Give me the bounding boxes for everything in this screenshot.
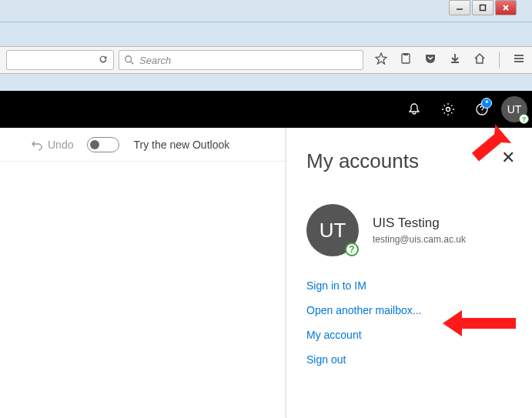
search-icon — [124, 55, 135, 65]
url-bar[interactable] — [6, 50, 114, 70]
maximize-button[interactable] — [472, 0, 494, 15]
search-placeholder: Search — [139, 55, 171, 66]
account-name: UIS Testing — [373, 216, 466, 231]
sign-in-im-link[interactable]: Sign in to IM — [306, 279, 512, 292]
presence-indicator: ? — [519, 114, 529, 124]
minimize-button[interactable] — [449, 0, 470, 15]
account-avatar-initials: UT — [320, 219, 346, 242]
panel-title: My accounts — [306, 149, 512, 173]
search-bar[interactable]: Search — [119, 50, 363, 70]
sign-out-link[interactable]: Sign out — [306, 353, 512, 366]
toolbar-icons — [368, 52, 526, 69]
svg-rect-1 — [480, 5, 486, 11]
svg-rect-7 — [403, 53, 408, 55]
notifications-icon[interactable] — [400, 95, 429, 124]
toggle-knob — [90, 140, 99, 149]
toolbar-divider — [499, 52, 500, 69]
try-outlook-label: Try the new Outlook — [133, 139, 229, 151]
svg-line-5 — [131, 62, 134, 65]
my-accounts-panel: My accounts ✕ UT ? UIS Testing testing@u… — [286, 128, 532, 418]
account-info: UIS Testing testing@uis.cam.ac.uk — [373, 216, 466, 245]
help-icon[interactable] — [467, 95, 497, 124]
close-button[interactable] — [495, 0, 517, 15]
window-controls — [449, 0, 517, 15]
download-icon[interactable] — [448, 52, 462, 65]
try-outlook-toggle[interactable] — [87, 137, 119, 152]
undo-button[interactable]: Undo — [31, 139, 73, 151]
account-row: UT ? UIS Testing testing@uis.cam.ac.uk — [306, 204, 512, 256]
account-email: testing@uis.cam.ac.uk — [373, 234, 466, 245]
app-header: UT ? — [0, 91, 532, 128]
clipboard-icon[interactable] — [399, 52, 413, 65]
browser-toolbar: Search — [0, 46, 532, 74]
menu-icon[interactable] — [512, 52, 526, 65]
account-presence: ? — [345, 242, 359, 256]
account-avatar[interactable]: UT ? — [306, 204, 359, 256]
refresh-icon[interactable] — [98, 54, 109, 67]
pocket-icon[interactable] — [423, 52, 437, 65]
browser-frame-divider — [0, 22, 532, 22]
open-mailbox-link[interactable]: Open another mailbox... — [306, 304, 512, 316]
home-icon[interactable] — [473, 52, 487, 65]
undo-icon — [31, 139, 43, 151]
panel-links: Sign in to IM Open another mailbox... My… — [306, 279, 512, 366]
settings-icon[interactable] — [433, 95, 463, 124]
svg-point-11 — [447, 108, 450, 112]
bookmark-icon[interactable] — [374, 52, 388, 65]
svg-point-4 — [125, 56, 132, 62]
help-notification-badge — [481, 98, 492, 109]
avatar-initials: UT — [507, 103, 522, 115]
undo-label: Undo — [48, 139, 73, 151]
avatar-button[interactable]: UT ? — [501, 96, 527, 122]
my-account-link[interactable]: My account — [306, 329, 512, 341]
panel-close-button[interactable]: ✕ — [501, 148, 515, 168]
